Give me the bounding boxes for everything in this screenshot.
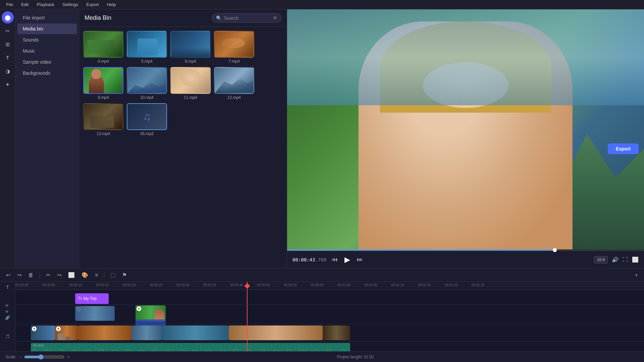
video-clip-greenscreen[interactable]: ★	[136, 305, 166, 321]
waveform-svg	[31, 346, 350, 351]
export-button[interactable]: Export	[608, 143, 639, 154]
menu-settings[interactable]: Settings	[59, 1, 82, 8]
timeline-ruler: 00:00:00 00:00:05 00:00:10 00:00:15 00:0…	[15, 282, 644, 290]
main-clip-2[interactable]: ★	[55, 325, 78, 340]
audio-waveform	[31, 343, 350, 351]
preview-progress-bar[interactable]	[287, 249, 644, 251]
menu-export[interactable]: Export	[83, 1, 102, 8]
ruler-mark-10: 00:00:10	[69, 283, 82, 287]
redo-button[interactable]: ↪	[15, 270, 23, 280]
ruler-mark-15: 00:00:15	[96, 283, 109, 287]
play-button[interactable]: ▶	[343, 254, 352, 265]
media-item-12mp4[interactable]: 12.mp4	[214, 67, 254, 100]
audio-track-playhead	[247, 342, 248, 351]
prev-frame-button[interactable]: ⏮	[330, 255, 339, 264]
media-item-13mp4[interactable]: 13.mp4	[83, 103, 123, 136]
nav-sample-video[interactable]: Sample video	[17, 57, 77, 67]
title-clip-icon: Tт	[78, 296, 82, 301]
next-frame-button[interactable]: ⏭	[356, 255, 364, 264]
toolbar-separator-2	[104, 272, 104, 279]
sidebar-icon-edit[interactable]: ✂	[2, 25, 14, 37]
aspect-ratio-button[interactable]: 16:9	[594, 256, 608, 263]
media-item-45mp3[interactable]: ♫ 45.mp3	[127, 103, 167, 136]
sidebar-icon-grid[interactable]: ⊞	[2, 38, 14, 50]
nav-sounds[interactable]: Sounds	[17, 35, 77, 45]
color-button[interactable]: 🎨	[79, 270, 90, 280]
scale-label: Scale:	[5, 355, 16, 359]
search-clear-icon[interactable]: ✕	[273, 15, 277, 21]
media-label-12mp4: 12.mp4	[214, 95, 254, 100]
cut-button[interactable]: ✂	[44, 270, 52, 280]
media-item-5mp4[interactable]: 5.mp4	[127, 31, 167, 64]
media-label-11mp4: 11.mp4	[170, 95, 211, 100]
menu-bar: File Edit Playback Settings Export Help	[0, 0, 644, 9]
sidebar-icon-text[interactable]: T	[2, 52, 14, 64]
redo2-button[interactable]: ↪	[55, 270, 63, 280]
ruler-mark-0: 00:00:00	[15, 283, 29, 287]
toolbar-separator-1	[40, 272, 40, 279]
media-label-45mp3: 45.mp3	[127, 131, 167, 136]
nav-media-bin[interactable]: Media bin	[17, 23, 77, 34]
ruler-mark-55: 00:00:55	[311, 283, 324, 287]
clip-star-main-1: ★	[32, 326, 37, 331]
main-video-track-row: ★ ★	[15, 324, 644, 342]
undo-button[interactable]: ↩	[4, 270, 12, 280]
main-clip-desert[interactable]	[78, 325, 131, 340]
ruler-mark-100: 00:01:00	[337, 283, 351, 287]
track-icon-audio[interactable]: 🎵	[5, 334, 10, 339]
media-item-10mp4[interactable]: 10.mp4	[127, 67, 167, 100]
menu-help[interactable]: Help	[104, 1, 119, 8]
volume-button[interactable]: 🔊	[612, 256, 619, 263]
preview-background	[287, 9, 644, 249]
media-item-11mp4[interactable]: 11.mp4	[170, 67, 211, 100]
nav-file-import[interactable]: File import	[17, 12, 77, 23]
media-bin-header: Media Bin 🔍 ✕	[79, 9, 287, 27]
search-input[interactable]	[224, 15, 271, 21]
sidebar-icon-home[interactable]: ⬤	[2, 11, 14, 23]
media-item-7mp4[interactable]: 7.mp4	[214, 31, 254, 64]
main-area: ⬤ ✂ ⊞ T ◑ ✦ File import Media bin Sounds…	[0, 9, 644, 268]
nav-backgrounds[interactable]: Backgrounds	[17, 68, 77, 78]
clip-star-main-2: ★	[56, 326, 61, 331]
main-clip-1[interactable]: ★	[31, 325, 55, 340]
track-icon-text[interactable]: T	[6, 285, 9, 290]
media-item-6mp4[interactable]: 6.mp4	[170, 31, 211, 64]
fullscreen-button[interactable]: ⛶	[623, 257, 628, 263]
ruler-playhead-head	[245, 283, 250, 289]
menu-playback[interactable]: Playback	[33, 1, 58, 8]
main-clip-mountain2[interactable]	[131, 325, 162, 340]
timeline-content: T 👁 👁 🔗 🎵 00:00:00 00:00:05 00:00:10 00:…	[0, 282, 644, 351]
main-clip-bike[interactable]	[323, 325, 350, 340]
main-track-playhead	[247, 324, 248, 341]
main-clip-mountain3[interactable]	[162, 325, 229, 340]
external-screen-button[interactable]: ⬜	[632, 256, 639, 263]
sidebar-icon-transition[interactable]: ◑	[2, 65, 14, 77]
media-item-9mp4[interactable]: 9.mp4	[83, 67, 123, 100]
nav-music[interactable]: Music	[17, 46, 77, 56]
video-clip-mountain[interactable]: ★	[75, 306, 115, 321]
media-item-4mp4[interactable]: 4.mp4	[83, 31, 123, 64]
scale-slider[interactable]	[24, 354, 64, 360]
add-track-button[interactable]: +	[633, 271, 640, 280]
delete-button[interactable]: 🗑	[26, 271, 36, 280]
search-icon: 🔍	[216, 15, 222, 21]
preview-progress-knob[interactable]	[553, 248, 557, 252]
ruler-mark-50: 00:00:50	[284, 283, 297, 287]
ruler-mark-120: 00:01:20	[445, 283, 458, 287]
flag-button[interactable]: ⚑	[120, 270, 129, 280]
ruler-playhead[interactable]	[247, 282, 248, 290]
ruler-mark-40: 00:00:40	[230, 283, 243, 287]
audio-clip-45mp3[interactable]: 45.mp3	[31, 343, 350, 351]
menu-edit[interactable]: Edit	[18, 1, 32, 8]
main-clip-person[interactable]	[229, 325, 323, 340]
track-icon-eye[interactable]: 👁 👁 🔗	[5, 303, 10, 320]
icon-sidebar: ⬤ ✂ ⊞ T ◑ ✦	[0, 9, 15, 268]
timeline-tracks: 00:00:00 00:00:05 00:00:10 00:00:15 00:0…	[15, 282, 644, 351]
sidebar-icon-effects[interactable]: ✦	[2, 78, 14, 90]
ruler-mark-5: 00:00:05	[42, 283, 55, 287]
title-clip-mytrip[interactable]: Tт My Trip	[75, 293, 109, 304]
align-button[interactable]: ≡	[93, 271, 100, 280]
crop-button[interactable]: ⬜	[66, 270, 77, 280]
mark-button[interactable]: ⬚	[108, 270, 117, 280]
menu-file[interactable]: File	[3, 1, 16, 8]
